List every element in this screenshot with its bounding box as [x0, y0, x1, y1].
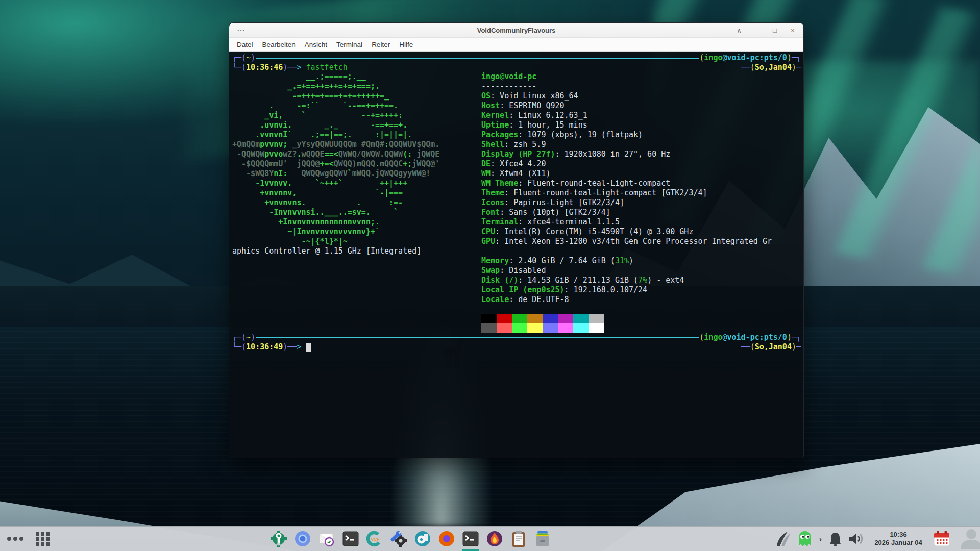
terminal-text-line: Shell: zsh 5.9	[481, 140, 772, 149]
panel-menu-icon[interactable]	[7, 537, 23, 541]
launcher-flame[interactable]	[485, 529, 504, 548]
window-titlebar[interactable]: ··· VoidCommuniryFlavours ∧ – □ ×	[229, 23, 803, 38]
terminal-text-line: Kernel: Linux 6.12.63_1	[481, 111, 772, 120]
palette-swatch	[543, 323, 558, 333]
terminal-text-line: Host: ESPRIMO Q920	[481, 101, 772, 111]
app-grid-icon[interactable]	[36, 532, 50, 546]
palette-swatch	[573, 323, 589, 333]
window-icon: ···	[237, 27, 246, 34]
wrench-gear-icon	[389, 530, 408, 548]
terminal-screen[interactable]: ┌─(~) (ingo@void-pc:pts/0)─┐ └─(10:36:46…	[229, 52, 803, 458]
notifications-bell-icon[interactable]	[828, 531, 842, 546]
mail-envelope-icon	[317, 530, 336, 548]
clipboard-icon	[509, 530, 528, 548]
launcher-chromium[interactable]	[293, 529, 312, 548]
terminal-text-line: ingo@void-pc	[481, 72, 772, 82]
taskbar[interactable]: VCF	[0, 526, 980, 551]
desktop: ··· VoidCommuniryFlavours ∧ – □ × DateiB…	[0, 0, 980, 551]
terminal-icon	[461, 530, 480, 548]
fastfetch-info: ingo@void-pc------------OS: Void Linux x…	[481, 72, 772, 305]
terminal-text-line: . -=:`` `--==+=++==.	[232, 101, 439, 111]
clock-time: 10:36	[870, 531, 927, 539]
menu-hilfe[interactable]: Hilfe	[395, 41, 418, 48]
palette-swatch	[481, 314, 497, 323]
terminal-text-line: GPU: Intel Xeon E3-1200 v3/4th Gen Core …	[481, 237, 772, 246]
terminal-text-line: WM Theme: Fluent-round-teal-Light-compac…	[481, 179, 772, 188]
terminal-text-line: +Invnvnvnnnnnnnnvvnn;.	[232, 217, 439, 227]
terminal-text-line: -$QQQQmmU' jQQQ@+=<QWQQ)mQQQ.mQQQC+;jWQQ…	[232, 159, 439, 169]
terminal-text-line: Font: Sans (10pt) [GTK2/3/4]	[481, 208, 772, 217]
palette-swatch	[589, 323, 604, 333]
launcher-archive[interactable]	[533, 529, 552, 548]
palette-swatch	[512, 323, 527, 333]
terminal-icon	[341, 530, 360, 548]
minimize-button[interactable]: –	[751, 27, 763, 34]
menu-reiter[interactable]: Reiter	[367, 41, 395, 48]
firefox-icon	[437, 530, 456, 548]
terminal-text-line: -1vvnvv. `~+++` ++|+++	[232, 179, 439, 188]
terminal-text-line	[481, 246, 772, 256]
close-button[interactable]: ×	[787, 27, 798, 34]
terminal-text-line: Local IP (enp0s25): 192.168.0.107/24	[481, 285, 772, 295]
launcher-firefox[interactable]	[437, 529, 456, 548]
palette-swatch	[589, 314, 604, 323]
clock[interactable]: 10:36 2026 Januar 04	[870, 531, 927, 547]
terminal-text-line: ------------	[481, 82, 772, 91]
launcher-terminal[interactable]	[341, 529, 360, 548]
clock-date: 2026 Januar 04	[870, 539, 927, 547]
terminal-text-line: OS: Void Linux x86_64	[481, 91, 772, 101]
palette-swatch	[527, 323, 543, 333]
terminal-text-line: -Invnvvnsi..___..=sv=. `	[232, 208, 439, 217]
launcher-tools[interactable]	[389, 529, 408, 548]
disc-media-icon	[413, 530, 432, 548]
terminal-text-line: +QmQQmpvvnv; _yYsyQQWUUQQQm #QmQ#:QQQWUV…	[232, 140, 439, 149]
chromium-icon	[293, 530, 312, 548]
terminal-text-line: Terminal: xfce4-terminal 1.1.5	[481, 217, 772, 227]
menu-ansicht[interactable]: Ansicht	[300, 41, 332, 48]
launcher-media[interactable]	[413, 529, 432, 548]
menu-bearbeiten[interactable]: Bearbeiten	[258, 41, 300, 48]
launcher-vcf[interactable]: VCF	[365, 529, 384, 548]
terminal-text-line: -$WQ8YnI: QWQQwgQQWV`mWQQ.jQWQQgyyWW@!	[232, 169, 439, 179]
launcher-clipboard[interactable]	[509, 529, 528, 548]
terminal-text-line: _vi, ` --+=++++:	[232, 111, 439, 120]
terminal-color-palette	[481, 314, 604, 333]
feathers-indicator-icon[interactable]	[774, 530, 792, 548]
palette-swatch	[527, 314, 543, 323]
terminal-text-line: aphics Controller @ 1.15 GHz [Integrated…	[232, 246, 439, 256]
ghost-indicator-icon[interactable]	[797, 530, 813, 547]
terminal-text-line: Uptime: 1 hour, 15 mins	[481, 120, 772, 130]
palette-swatch	[497, 314, 512, 323]
terminal-text-line: Locale: de_DE.UTF-8	[481, 295, 772, 305]
palette-swatch	[543, 314, 558, 323]
calendar-icon[interactable]	[933, 530, 951, 548]
launcher-void-settings[interactable]	[269, 529, 288, 548]
window-title: VoidCommuniryFlavours	[229, 27, 803, 34]
terminal-text-line: DE: Xfce4 4.20	[481, 159, 772, 169]
terminal-text-line: Swap: Disabled	[481, 266, 772, 276]
tray-expander[interactable]: ›	[818, 535, 823, 543]
green-gear-wrench-icon	[270, 530, 288, 548]
terminal-window[interactable]: ··· VoidCommuniryFlavours ∧ – □ × DateiB…	[229, 22, 804, 458]
shade-button[interactable]: ∧	[733, 27, 745, 34]
volume-speaker-icon[interactable]	[848, 532, 864, 546]
palette-swatch	[558, 323, 573, 333]
terminal-text-line: Disk (/): 14.53 GiB / 211.13 GiB (7%) - …	[481, 276, 772, 285]
terminal-text-line: ~|Invnvnvvnvvvnnv}+`	[232, 227, 439, 237]
prompt-bottom: ┌─(~) (ingo@void-pc:pts/0)─┐ └─(10:36:49…	[232, 333, 801, 352]
menu-datei[interactable]: Datei	[232, 41, 258, 48]
launcher-mail[interactable]	[317, 529, 336, 548]
user-silhouette-icon[interactable]	[957, 528, 980, 549]
launcher-terminal-active[interactable]	[461, 529, 480, 548]
maximize-button[interactable]: □	[769, 27, 780, 34]
terminal-text-line: -~|{*l}*|~	[232, 237, 439, 246]
terminal-text-line: -=+++=+===+=+=+++++=_	[232, 91, 439, 101]
menu-terminal[interactable]: Terminal	[332, 41, 367, 48]
terminal-text-line: +vnvnnv, `-|===	[232, 188, 439, 198]
terminal-text-line: Theme: Fluent-round-teal-Light-compact […	[481, 188, 772, 198]
terminal-text-line: CPU: Intel(R) Core(TM) i5-4590T (4) @ 3.…	[481, 227, 772, 237]
terminal-text-line: .uvnvi. _._ -==+==+.	[232, 120, 439, 130]
file-drawer-icon	[533, 530, 552, 548]
terminal-text-line: Memory: 2.40 GiB / 7.64 GiB (31%)	[481, 256, 772, 266]
terminal-text-line: Display (HP 27f): 980x551 in 27", 60 H…	[481, 149, 772, 159]
